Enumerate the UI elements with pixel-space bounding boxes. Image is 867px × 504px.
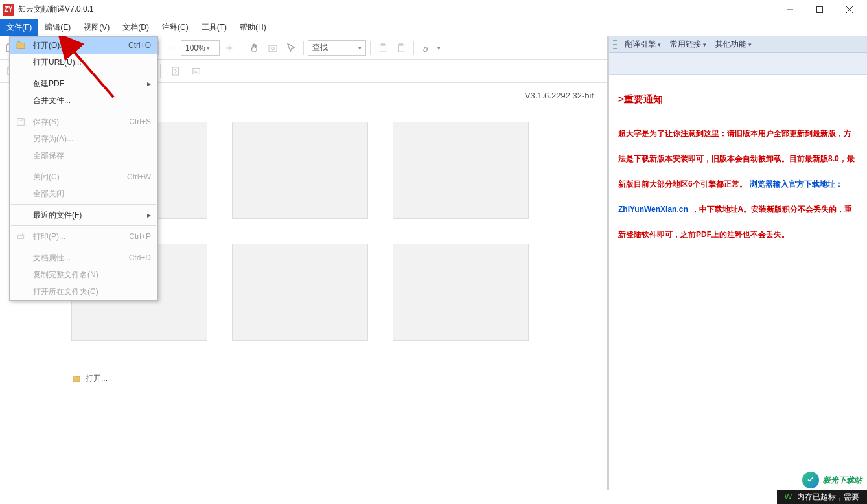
menu-edit[interactable]: 编辑(E) bbox=[38, 19, 77, 36]
separator bbox=[11, 111, 156, 111]
menu-comment[interactable]: 注释(C) bbox=[156, 19, 195, 36]
statusbar: W 内存已超标，需要 bbox=[777, 490, 867, 504]
thumbnail[interactable] bbox=[393, 244, 529, 341]
highlight-button[interactable] bbox=[418, 40, 435, 56]
menu-view[interactable]: 视图(V) bbox=[77, 19, 116, 36]
print-icon bbox=[15, 231, 27, 242]
right-toolbar: 翻译引擎 常用链接 其他功能 bbox=[609, 36, 867, 53]
menu-close-all: 全部关闭 bbox=[10, 185, 157, 202]
separator bbox=[158, 41, 159, 55]
separator bbox=[242, 41, 242, 55]
annot-attach-button[interactable] bbox=[167, 63, 184, 80]
svg-rect-45 bbox=[17, 235, 23, 238]
file-menu-dropdown: 打开(O)...Ctrl+O 打开URL(U)... 创建PDF▸ 合并文件..… bbox=[9, 36, 158, 301]
right-panel: 翻译引擎 常用链接 其他功能 >重要通知 超大字是为了让你注意到这里：请旧版本用… bbox=[609, 36, 867, 490]
close-button[interactable] bbox=[835, 0, 864, 19]
menubar: 文件(F) 编辑(E) 视图(V) 文档(D) 注释(C) 工具(T) 帮助(H… bbox=[0, 19, 867, 36]
snapshot-button[interactable] bbox=[264, 40, 281, 56]
notice-link[interactable]: ZhiYunWenXian.cn bbox=[618, 205, 688, 214]
zoom-input[interactable]: 100%▾ bbox=[181, 40, 220, 56]
menu-merge[interactable]: 合并文件... bbox=[10, 92, 157, 109]
menu-tools[interactable]: 工具(T) bbox=[195, 19, 233, 36]
notice-panel: >重要通知 超大字是为了让你注意到这里：请旧版本用户全部更新到最新版，方法是下载… bbox=[609, 75, 867, 259]
window-controls bbox=[775, 0, 864, 19]
separator bbox=[303, 41, 304, 55]
thumbnail[interactable] bbox=[393, 122, 529, 219]
separator bbox=[160, 64, 161, 78]
menu-document[interactable]: 文档(D) bbox=[116, 19, 156, 36]
titlebar: ZY 知云文献翻译V7.0.0.1 bbox=[0, 0, 867, 19]
thumbnail[interactable] bbox=[232, 244, 368, 341]
version-label: V3.1.6.2292 32-bit bbox=[525, 91, 594, 100]
status-text: 内存已超标，需要 bbox=[797, 492, 859, 503]
chevron-down-icon: ▾ bbox=[437, 45, 441, 51]
open-file-link[interactable]: 打开... bbox=[71, 373, 607, 384]
svg-rect-44 bbox=[19, 119, 22, 120]
save-icon bbox=[15, 116, 27, 128]
menu-help[interactable]: 帮助(H) bbox=[233, 19, 273, 36]
translation-engine-menu[interactable]: 翻译引擎 bbox=[621, 39, 665, 50]
other-features-menu[interactable]: 其他功能 bbox=[711, 39, 756, 50]
maximize-button[interactable] bbox=[805, 0, 835, 19]
svg-rect-41 bbox=[173, 67, 179, 75]
svg-rect-1 bbox=[817, 6, 823, 12]
menu-save: 保存(S)Ctrl+S bbox=[10, 113, 157, 130]
menu-save-all: 全部保存 bbox=[10, 147, 157, 164]
separator bbox=[11, 166, 156, 166]
svg-rect-42 bbox=[193, 68, 200, 74]
svg-rect-21 bbox=[269, 45, 277, 51]
menu-open[interactable]: 打开(O)...Ctrl+O bbox=[10, 37, 157, 54]
separator bbox=[370, 41, 371, 55]
separator bbox=[413, 41, 414, 55]
menu-properties: 文档属性...Ctrl+D bbox=[10, 249, 157, 266]
menu-create-pdf[interactable]: 创建PDF▸ bbox=[10, 75, 157, 92]
watermark-icon bbox=[802, 472, 819, 488]
zoom-in-button-2[interactable] bbox=[221, 40, 238, 56]
app-icon: ZY bbox=[3, 4, 14, 16]
thumbnail[interactable] bbox=[232, 122, 368, 219]
menu-file[interactable]: 文件(F) bbox=[0, 19, 38, 36]
watermark: 极光下载站 bbox=[802, 472, 862, 488]
menu-close: 关闭(C)Ctrl+W bbox=[10, 168, 157, 185]
svg-rect-18 bbox=[168, 47, 174, 49]
menu-copy-filename: 复制完整文件名(N) bbox=[10, 266, 157, 283]
clipboard-button[interactable] bbox=[375, 40, 391, 56]
separator bbox=[11, 204, 156, 205]
svg-point-22 bbox=[272, 47, 275, 50]
zoom-out-button[interactable] bbox=[163, 40, 179, 56]
menu-save-as: 另存为(A)... bbox=[10, 130, 157, 147]
menu-open-url[interactable]: 打开URL(U)... bbox=[10, 54, 157, 71]
svg-rect-46 bbox=[19, 233, 22, 235]
hand-tool-button[interactable] bbox=[246, 40, 263, 56]
minimize-button[interactable] bbox=[775, 0, 805, 19]
clipboard-button-2[interactable] bbox=[393, 40, 410, 56]
menu-print: 打印(P)...Ctrl+P bbox=[10, 228, 157, 245]
notice-text-2a: 浏览器输入官方下载地址： bbox=[750, 179, 843, 189]
search-input[interactable]: 查找▾ bbox=[308, 40, 366, 56]
menu-recent[interactable]: 最近的文件(F)▸ bbox=[10, 207, 157, 223]
folder-icon bbox=[15, 40, 27, 51]
select-tool-button[interactable] bbox=[283, 40, 299, 56]
common-links-menu[interactable]: 常用链接 bbox=[666, 39, 710, 50]
window-title: 知云文献翻译V7.0.0.1 bbox=[18, 4, 775, 15]
notice-title: >重要通知 bbox=[618, 88, 858, 111]
right-spacer bbox=[609, 53, 867, 75]
svg-rect-43 bbox=[17, 119, 25, 126]
grip-icon bbox=[613, 39, 617, 51]
separator bbox=[11, 73, 156, 73]
menu-open-folder: 打开所在文件夹(C) bbox=[10, 283, 157, 300]
annot-sign-button[interactable] bbox=[188, 63, 205, 80]
separator bbox=[11, 225, 156, 226]
folder-icon bbox=[71, 374, 82, 384]
separator bbox=[11, 247, 156, 247]
